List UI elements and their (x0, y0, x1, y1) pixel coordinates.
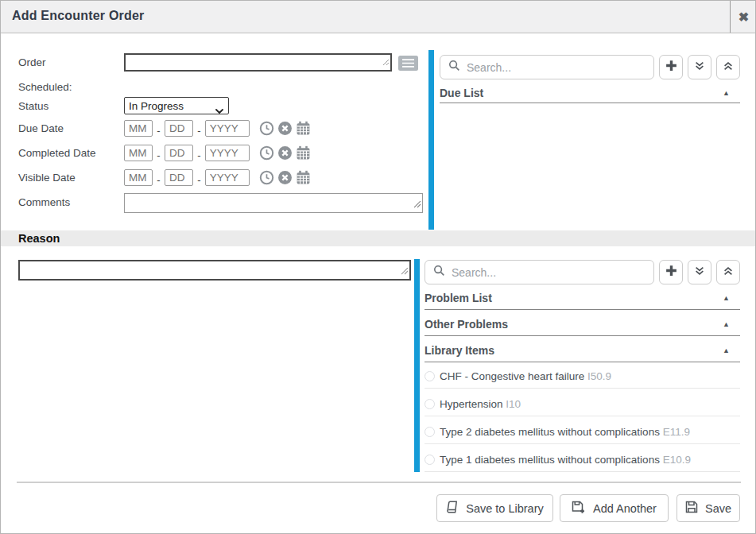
reason-search-input[interactable] (452, 266, 653, 279)
section-accent-bar (428, 50, 434, 230)
due-date-label: Due Date (18, 122, 64, 134)
library-item-code: E11.9 (663, 426, 690, 438)
reason-search-box (425, 260, 654, 284)
section-underline (425, 335, 740, 336)
close-icon[interactable]: ✖ (731, 1, 756, 33)
dialog-title: Add Encounter Order (12, 9, 144, 23)
collapse-arrow-icon[interactable]: ▲ (723, 89, 730, 97)
library-item-name: Type 1 diabetes mellitus without complic… (440, 454, 660, 466)
footer-divider (17, 482, 741, 483)
library-item-name: Hypertension (440, 398, 503, 410)
item-separator (425, 388, 740, 389)
due-search-box (440, 55, 654, 79)
section-underline (440, 103, 740, 103)
library-item-radio[interactable] (425, 427, 435, 437)
visible-date-day-input[interactable] (165, 169, 193, 186)
due-list-section-header[interactable]: Due List (440, 87, 483, 99)
comments-label: Comments (18, 196, 70, 208)
add-reason-button[interactable] (659, 260, 683, 284)
due-date-row: - - (124, 120, 311, 137)
other-problems-section-header[interactable]: Other Problems (425, 318, 508, 331)
double-chevron-up-icon (723, 60, 734, 75)
resize-grip-icon[interactable] (383, 55, 390, 69)
expand-all-button[interactable] (688, 260, 711, 284)
due-date-year-input[interactable] (205, 120, 250, 137)
collapse-all-button[interactable] (716, 260, 740, 284)
calendar-icon[interactable] (296, 121, 311, 136)
save-to-library-label: Save to Library (466, 502, 544, 515)
completed-date-row: - - (124, 145, 311, 161)
order-lookup-list-icon[interactable] (398, 56, 418, 74)
save-button[interactable]: Save (677, 494, 740, 522)
reason-section-title: Reason (18, 232, 60, 245)
date-separator: - (156, 174, 161, 186)
completed-date-label: Completed Date (18, 147, 96, 159)
visible-date-row: - - (124, 169, 311, 186)
library-item-code: E10.9 (663, 454, 691, 466)
visible-date-label: Visible Date (18, 172, 76, 184)
comments-textarea[interactable] (124, 193, 423, 213)
resize-grip-icon[interactable] (414, 197, 421, 211)
reason-section-band: Reason (1, 230, 756, 246)
order-input[interactable] (124, 53, 392, 72)
dialog-header: Add Encounter Order ✖ (1, 1, 756, 33)
completed-date-month-input[interactable] (124, 145, 153, 161)
completed-date-year-input[interactable] (205, 145, 250, 161)
clock-icon[interactable] (259, 145, 274, 161)
list-item[interactable]: CHF - Congestive heart failure I50.9 (440, 370, 611, 382)
library-item-radio[interactable] (425, 371, 435, 381)
status-select[interactable]: In Progress (124, 97, 229, 114)
clear-date-icon[interactable] (277, 121, 293, 136)
library-item-radio[interactable] (425, 455, 435, 465)
list-item[interactable]: Hypertension I10 (440, 398, 521, 410)
list-item[interactable]: Type 1 diabetes mellitus without complic… (440, 454, 691, 466)
resize-grip-icon[interactable] (401, 264, 409, 278)
clear-date-icon[interactable] (277, 145, 293, 161)
double-chevron-down-icon (694, 60, 705, 75)
calendar-icon[interactable] (296, 145, 311, 161)
add-another-button[interactable]: Add Another (560, 494, 669, 522)
collapse-arrow-icon[interactable]: ▲ (723, 294, 730, 302)
library-item-radio[interactable] (425, 399, 435, 409)
order-label: Order (18, 56, 46, 68)
library-item-code: I50.9 (587, 370, 611, 382)
collapse-arrow-icon[interactable]: ▲ (723, 320, 730, 328)
plus-icon (665, 264, 678, 281)
search-icon (433, 265, 445, 280)
clock-icon[interactable] (259, 121, 274, 136)
due-date-month-input[interactable] (124, 120, 153, 137)
calendar-icon[interactable] (296, 170, 311, 185)
add-order-button[interactable] (659, 55, 683, 79)
date-separator: - (196, 174, 201, 186)
visible-date-year-input[interactable] (205, 169, 250, 186)
date-separator: - (156, 125, 161, 137)
double-chevron-down-icon (694, 265, 705, 280)
search-icon (448, 60, 460, 75)
collapse-all-button[interactable] (716, 55, 740, 79)
item-separator (425, 416, 740, 416)
status-label: Status (18, 100, 48, 112)
date-separator: - (156, 149, 161, 161)
visible-date-month-input[interactable] (124, 169, 153, 186)
library-item-name: CHF - Congestive heart failure (440, 370, 584, 382)
clear-date-icon[interactable] (277, 170, 293, 185)
expand-all-button[interactable] (688, 55, 711, 79)
section-accent-bar (414, 259, 420, 472)
clock-icon[interactable] (259, 170, 274, 185)
save-label: Save (705, 502, 731, 515)
add-another-label: Add Another (593, 502, 657, 515)
library-item-name: Type 2 diabetes mellitus without complic… (440, 426, 660, 438)
reason-input[interactable] (18, 260, 411, 281)
library-item-code: I10 (506, 398, 521, 410)
problem-list-section-header[interactable]: Problem List (425, 292, 492, 304)
completed-date-day-input[interactable] (165, 145, 193, 161)
list-item[interactable]: Type 2 diabetes mellitus without complic… (440, 426, 690, 438)
double-chevron-up-icon (723, 265, 734, 280)
due-search-input[interactable] (467, 61, 653, 74)
library-items-section-header[interactable]: Library Items (425, 344, 494, 357)
collapse-arrow-icon[interactable]: ▲ (723, 346, 730, 354)
item-separator (425, 443, 740, 444)
book-icon (446, 501, 459, 516)
save-to-library-button[interactable]: Save to Library (436, 494, 553, 522)
due-date-day-input[interactable] (165, 120, 193, 137)
